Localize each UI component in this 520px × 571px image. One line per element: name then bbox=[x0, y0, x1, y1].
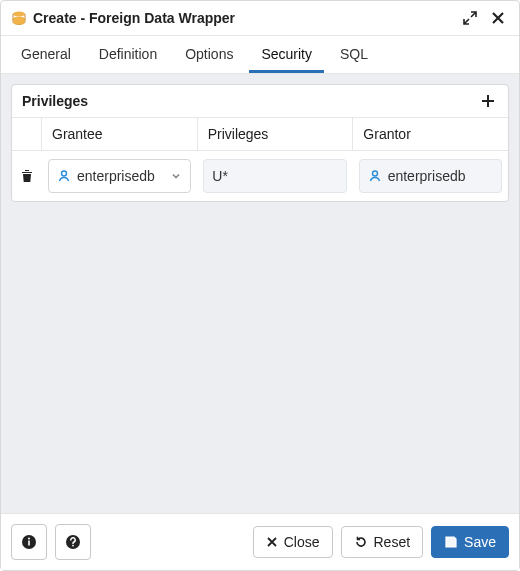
privileges-panel: Privileges Grantee Privileges Grantor bbox=[11, 84, 509, 202]
tab-sql[interactable]: SQL bbox=[328, 36, 380, 73]
user-icon bbox=[57, 169, 71, 183]
close-icon[interactable] bbox=[487, 9, 509, 27]
tab-options[interactable]: Options bbox=[173, 36, 245, 73]
delete-row-button[interactable] bbox=[12, 151, 42, 201]
grantor-value: enterprisedb bbox=[388, 168, 493, 184]
dialog-footer: Close Reset Save bbox=[1, 513, 519, 570]
user-icon bbox=[368, 169, 382, 183]
table-row: enterprisedb U* bbox=[12, 151, 508, 201]
svg-point-0 bbox=[13, 12, 25, 17]
privileges-field[interactable]: U* bbox=[203, 159, 346, 193]
tab-security[interactable]: Security bbox=[249, 36, 324, 73]
dialog-title: Create - Foreign Data Wrapper bbox=[33, 10, 453, 26]
privileges-value: U* bbox=[212, 168, 337, 184]
grantor-display: enterprisedb bbox=[359, 159, 502, 193]
svg-point-3 bbox=[62, 171, 67, 176]
svg-point-9 bbox=[72, 545, 74, 547]
close-button[interactable]: Close bbox=[253, 526, 333, 558]
close-button-label: Close bbox=[284, 534, 320, 550]
cell-grantor: enterprisedb bbox=[353, 151, 508, 201]
grid-header-spacer bbox=[12, 118, 42, 150]
grantee-select[interactable]: enterprisedb bbox=[48, 159, 191, 193]
privileges-section-title: Privileges bbox=[22, 93, 478, 109]
add-privilege-button[interactable] bbox=[478, 93, 498, 109]
svg-rect-6 bbox=[28, 541, 30, 546]
col-grantor: Grantor bbox=[353, 118, 508, 150]
svg-point-2 bbox=[13, 20, 25, 25]
save-button[interactable]: Save bbox=[431, 526, 509, 558]
privileges-panel-header: Privileges bbox=[12, 85, 508, 118]
grantee-value: enterprisedb bbox=[77, 168, 164, 184]
svg-point-7 bbox=[28, 538, 30, 540]
save-button-label: Save bbox=[464, 534, 496, 550]
cell-privileges: U* bbox=[197, 151, 352, 201]
dialog-titlebar: Create - Foreign Data Wrapper bbox=[1, 1, 519, 36]
create-fdw-dialog: Create - Foreign Data Wrapper General De… bbox=[0, 0, 520, 571]
tab-general[interactable]: General bbox=[9, 36, 83, 73]
info-button[interactable] bbox=[11, 524, 47, 560]
svg-point-4 bbox=[372, 171, 377, 176]
expand-icon[interactable] bbox=[459, 9, 481, 27]
col-privileges: Privileges bbox=[198, 118, 354, 150]
tab-definition[interactable]: Definition bbox=[87, 36, 169, 73]
privileges-grid-header: Grantee Privileges Grantor bbox=[12, 118, 508, 151]
chevron-down-icon bbox=[170, 170, 182, 182]
col-grantee: Grantee bbox=[42, 118, 198, 150]
dialog-body: Privileges Grantee Privileges Grantor bbox=[1, 74, 519, 513]
help-button[interactable] bbox=[55, 524, 91, 560]
reset-button-label: Reset bbox=[374, 534, 411, 550]
reset-button[interactable]: Reset bbox=[341, 526, 424, 558]
close-x-icon bbox=[266, 536, 278, 548]
cell-grantee: enterprisedb bbox=[42, 151, 197, 201]
dialog-tabs: General Definition Options Security SQL bbox=[1, 36, 519, 74]
foreign-data-wrapper-icon bbox=[11, 10, 27, 26]
reset-icon bbox=[354, 535, 368, 549]
save-icon bbox=[444, 535, 458, 549]
